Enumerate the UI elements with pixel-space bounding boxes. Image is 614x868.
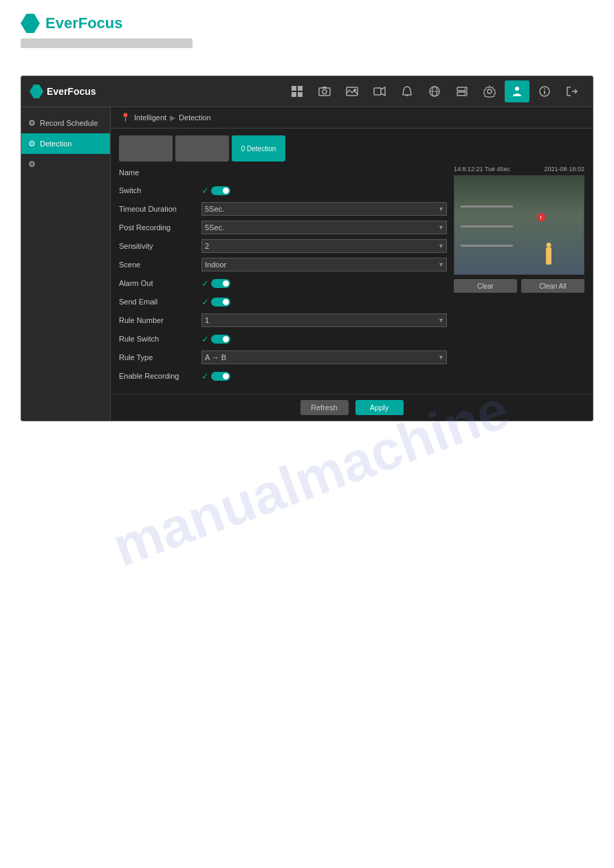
enable-recording-pill[interactable] bbox=[211, 372, 230, 381]
camera-btn-row: Clear Clean All bbox=[454, 279, 584, 293]
send-email-toggle[interactable]: ✓ bbox=[201, 297, 230, 307]
post-recording-select[interactable]: 5Sec.10Sec.15Sec. bbox=[201, 221, 447, 234]
breadcrumb-icon: 📍 bbox=[120, 113, 131, 122]
rule-number-row: Rule Number 123 ▼ bbox=[119, 313, 447, 328]
sensitivity-select[interactable]: 123 bbox=[201, 239, 447, 253]
toolbar-logo-text: EverFocus bbox=[47, 86, 96, 97]
alarm-out-toggle[interactable]: ✓ bbox=[201, 278, 230, 289]
sidebar-item-extra[interactable]: ⚙ bbox=[21, 154, 110, 175]
camera-section: 14:8:12:21 Tue 45ec 2021-08-18:02 bbox=[454, 166, 584, 387]
toolbar-btn-storage[interactable] bbox=[450, 80, 474, 102]
rule-switch-row: Rule Switch ✓ bbox=[119, 331, 447, 346]
detection-tab-1[interactable] bbox=[119, 135, 173, 162]
svg-rect-2 bbox=[292, 92, 296, 97]
camera-scene: ! bbox=[454, 176, 584, 274]
timeout-duration-select-wrapper: 5Sec.10Sec.15Sec. ▼ bbox=[201, 202, 447, 216]
toolbar-btn-person[interactable] bbox=[505, 80, 529, 102]
enable-recording-toggle[interactable]: ✓ bbox=[201, 371, 230, 381]
camera-view: ! bbox=[454, 175, 584, 275]
rule-number-select-wrapper: 123 ▼ bbox=[201, 313, 447, 327]
name-row: Name bbox=[119, 166, 447, 179]
rule-number-label: Rule Number bbox=[119, 316, 201, 324]
toolbar-btn-settings[interactable] bbox=[477, 80, 502, 102]
timeout-duration-select[interactable]: 5Sec.10Sec.15Sec. bbox=[201, 202, 447, 216]
timeout-duration-row: Timeout Duration 5Sec.10Sec.15Sec. ▼ bbox=[119, 201, 447, 216]
form-section: Name Switch ✓ Timeout Duration bbox=[119, 166, 447, 387]
breadcrumb: 📍 Intelligent ▶ Detection bbox=[111, 107, 593, 129]
switch-row: Switch ✓ bbox=[119, 183, 447, 198]
sidebar-item-record-schedule[interactable]: ⚙ Record Schedule bbox=[21, 113, 110, 133]
svg-rect-4 bbox=[319, 88, 330, 96]
content-area: ⚙ Record Schedule ⚙ Detection ⚙ 📍 Intell… bbox=[21, 107, 593, 421]
everfocus-logo-text: EverFocus bbox=[45, 14, 123, 32]
refresh-button[interactable]: Refresh bbox=[300, 400, 349, 415]
sensitivity-row: Sensitivity 123 ▼ bbox=[119, 238, 447, 254]
rule-number-select[interactable]: 123 bbox=[201, 313, 447, 327]
toolbar-btn-alarm[interactable] bbox=[395, 80, 419, 102]
post-recording-select-wrapper: 5Sec.10Sec.15Sec. ▼ bbox=[201, 221, 447, 234]
camera-timestamp-left: 14:8:12:21 Tue 45ec bbox=[454, 166, 510, 173]
record-schedule-icon: ⚙ bbox=[28, 118, 36, 128]
main-panel: 📍 Intelligent ▶ Detection 0 Detection bbox=[111, 107, 593, 421]
detection-tab-3-label: 0 Detection bbox=[241, 145, 276, 153]
svg-point-8 bbox=[353, 89, 356, 91]
svg-point-5 bbox=[322, 90, 327, 94]
sidebar-item-detection[interactable]: ⚙ Detection bbox=[21, 133, 110, 154]
toolbar-btn-exit[interactable] bbox=[560, 80, 584, 102]
svg-rect-1 bbox=[298, 86, 303, 91]
toolbar-logo-icon bbox=[30, 85, 43, 98]
send-email-row: Send Email ✓ bbox=[119, 294, 447, 309]
clear-button[interactable]: Clear bbox=[454, 279, 517, 293]
svg-rect-3 bbox=[298, 92, 303, 97]
toolbar-btn-camera[interactable] bbox=[312, 80, 337, 102]
rule-switch-pill[interactable] bbox=[211, 335, 230, 344]
svg-rect-0 bbox=[292, 86, 296, 91]
shelf-1 bbox=[461, 205, 512, 208]
svg-point-19 bbox=[515, 87, 519, 91]
detection-tab-3[interactable]: 0 Detection bbox=[232, 135, 285, 162]
alarm-out-label: Alarm Out bbox=[119, 279, 201, 287]
toolbar-btn-network[interactable] bbox=[422, 80, 447, 102]
shelf-3 bbox=[461, 245, 512, 247]
detection-tabs: 0 Detection bbox=[111, 129, 593, 162]
rule-type-row: Rule Type A → BB → AA ↔ B ▼ bbox=[119, 350, 447, 365]
clean-all-button[interactable]: Clean All bbox=[521, 279, 584, 293]
svg-point-18 bbox=[487, 89, 492, 93]
shelf-2 bbox=[461, 225, 512, 227]
scene-select[interactable]: IndoorOutdoor bbox=[201, 258, 447, 271]
sidebar-item-record-schedule-label: Record Schedule bbox=[40, 119, 98, 127]
top-logo: EverFocus bbox=[21, 14, 593, 33]
sidebar: ⚙ Record Schedule ⚙ Detection ⚙ bbox=[21, 107, 111, 421]
toolbar-btn-info[interactable] bbox=[532, 80, 557, 102]
alert-badge: ! bbox=[537, 213, 545, 221]
breadcrumb-item-intelligent: Intelligent bbox=[134, 113, 166, 122]
camera-timestamp-right: 2021-08-18:02 bbox=[544, 166, 584, 173]
apply-button[interactable]: Apply bbox=[355, 400, 404, 415]
rule-switch-toggle[interactable]: ✓ bbox=[201, 334, 230, 344]
svg-point-17 bbox=[464, 93, 465, 95]
svg-rect-6 bbox=[322, 87, 327, 89]
everfocus-logo-icon bbox=[21, 14, 40, 33]
alarm-out-pill[interactable] bbox=[211, 279, 230, 288]
name-field-label: Name bbox=[119, 168, 201, 177]
scene-row: Scene IndoorOutdoor ▼ bbox=[119, 257, 447, 272]
toolbar-btn-grid[interactable] bbox=[285, 80, 309, 102]
toolbar-btn-record[interactable] bbox=[367, 80, 392, 102]
breadcrumb-sep: ▶ bbox=[170, 113, 175, 122]
send-email-pill[interactable] bbox=[211, 298, 230, 307]
rule-type-select-wrapper: A → BB → AA ↔ B ▼ bbox=[201, 350, 447, 364]
switch-toggle[interactable]: ✓ bbox=[201, 186, 230, 196]
post-recording-label: Post Recording bbox=[119, 223, 201, 232]
rule-switch-label: Rule Switch bbox=[119, 335, 201, 343]
alarm-out-row: Alarm Out ✓ bbox=[119, 276, 447, 291]
scene-label: Scene bbox=[119, 260, 201, 269]
enable-recording-row: Enable Recording ✓ bbox=[119, 368, 447, 383]
enable-recording-label: Enable Recording bbox=[119, 372, 201, 380]
scene-select-wrapper: IndoorOutdoor ▼ bbox=[201, 258, 447, 271]
switch-pill[interactable] bbox=[211, 186, 230, 195]
toolbar: EverFocus bbox=[21, 76, 593, 107]
toolbar-btn-image[interactable] bbox=[340, 80, 364, 102]
top-header: EverFocus bbox=[0, 0, 614, 55]
rule-type-select[interactable]: A → BB → AA ↔ B bbox=[201, 350, 447, 364]
detection-tab-2[interactable] bbox=[175, 135, 229, 162]
